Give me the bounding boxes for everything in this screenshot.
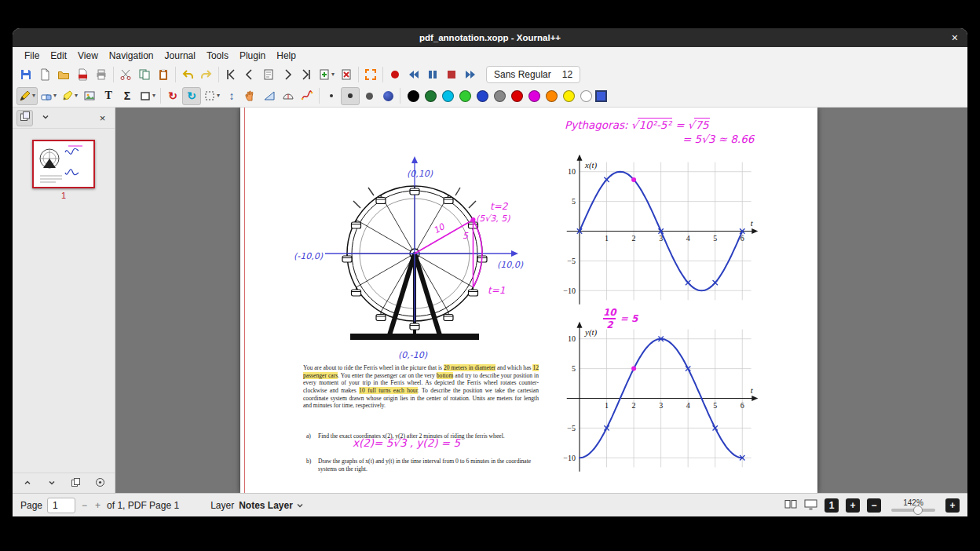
undo-button[interactable] bbox=[178, 65, 197, 83]
color-swatch-5[interactable] bbox=[494, 90, 506, 102]
shapes-tool-button[interactable]: ▾ bbox=[137, 87, 158, 105]
record-button[interactable] bbox=[386, 65, 404, 83]
menu-item-edit[interactable]: Edit bbox=[45, 49, 72, 63]
menu-item-journal[interactable]: Journal bbox=[159, 49, 201, 63]
stroke-width-fine-button[interactable] bbox=[322, 87, 341, 105]
math-tex-button[interactable]: Σ bbox=[118, 87, 137, 105]
next-page-button[interactable] bbox=[278, 65, 297, 83]
delete-page-button[interactable] bbox=[337, 65, 356, 83]
image-tool-button[interactable] bbox=[80, 87, 99, 105]
scroll-down-button[interactable] bbox=[43, 475, 60, 491]
font-selector[interactable]: Sans Regular 12 bbox=[486, 66, 580, 83]
sidebar-close-button[interactable]: × bbox=[94, 110, 111, 126]
menu-item-navigation[interactable]: Navigation bbox=[104, 49, 159, 63]
menu-item-file[interactable]: File bbox=[19, 49, 45, 63]
open-button[interactable] bbox=[54, 65, 73, 83]
select-tool-button[interactable]: ▾ bbox=[201, 87, 222, 105]
zoom-out-button[interactable]: − bbox=[867, 498, 881, 513]
presentation-mode-button[interactable] bbox=[804, 498, 817, 513]
ink-t1-label: t=1 bbox=[488, 285, 505, 296]
fullscreen-button[interactable] bbox=[361, 65, 380, 83]
color-swatch-6[interactable] bbox=[511, 90, 523, 102]
page-number-indicator[interactable]: 1 bbox=[825, 498, 839, 513]
rewind-button[interactable] bbox=[404, 65, 423, 83]
zoom-slider-handle[interactable] bbox=[913, 505, 923, 515]
duplicate-page-button[interactable] bbox=[68, 475, 84, 491]
axis-label-right: (10,0) bbox=[497, 260, 523, 270]
page-number-input[interactable] bbox=[47, 498, 75, 513]
compass-tool-button[interactable] bbox=[279, 87, 298, 105]
page-increment-button[interactable]: + bbox=[93, 500, 102, 511]
page-decrement-button[interactable]: − bbox=[80, 500, 89, 511]
color-swatch-0[interactable] bbox=[408, 90, 419, 102]
fill-toggle-button[interactable] bbox=[378, 87, 397, 105]
zoom-slider[interactable] bbox=[891, 509, 935, 512]
menu-item-help[interactable]: Help bbox=[271, 49, 302, 63]
sidebar: × 1 bbox=[13, 108, 115, 493]
text-tool-button[interactable]: T bbox=[99, 87, 118, 105]
problem-paragraph: You are about to ride the Ferris wheel i… bbox=[303, 364, 539, 410]
scroll-up-button[interactable] bbox=[19, 475, 35, 491]
print-button[interactable] bbox=[92, 65, 111, 83]
color-swatch-3[interactable] bbox=[459, 90, 471, 102]
add-page-button[interactable]: ▾ bbox=[316, 65, 337, 83]
export-pdf-button[interactable] bbox=[73, 65, 92, 83]
grid-snap-button[interactable]: ↻ bbox=[182, 87, 201, 105]
color-swatch-10[interactable] bbox=[580, 90, 592, 102]
focus-page-button[interactable] bbox=[92, 475, 108, 491]
zoom-in-button[interactable]: + bbox=[846, 498, 860, 513]
page-thumbnail[interactable] bbox=[32, 140, 95, 188]
stroke-width-thick-button[interactable] bbox=[360, 87, 378, 105]
document-canvas[interactable]: Pythagoras: √10²-5² = √75 = 5√3 ≈ 8.66 1… bbox=[115, 108, 967, 493]
eraser-tool-button[interactable]: ▾ bbox=[38, 87, 59, 105]
highlighter-tool-button[interactable]: ▾ bbox=[59, 87, 80, 105]
color-swatch-9[interactable] bbox=[563, 90, 575, 102]
titlebar[interactable]: pdf_annotation.xopp - Xournal++ × bbox=[13, 28, 967, 47]
paste-button[interactable] bbox=[154, 65, 173, 83]
menu-item-plugin[interactable]: Plugin bbox=[234, 49, 271, 63]
pen-tool-button[interactable]: ▾ bbox=[16, 87, 38, 105]
setsquare-tool-button[interactable] bbox=[260, 87, 279, 105]
redo-button[interactable] bbox=[197, 65, 216, 83]
save-button[interactable] bbox=[16, 65, 35, 83]
color-swatch-8[interactable] bbox=[546, 90, 558, 102]
color-swatch-4[interactable] bbox=[477, 90, 488, 102]
last-page-button[interactable] bbox=[297, 65, 316, 83]
two-page-view-button[interactable] bbox=[784, 498, 797, 513]
annotated-page-button[interactable] bbox=[259, 65, 278, 83]
copy-button[interactable] bbox=[135, 65, 154, 83]
stop-button[interactable] bbox=[442, 65, 461, 83]
add-button[interactable]: + bbox=[945, 498, 960, 513]
problem-item-b: b) Draw the graphs of x(t) and y(t) in t… bbox=[306, 458, 543, 473]
undo-icon bbox=[181, 68, 194, 81]
previous-page-button[interactable] bbox=[240, 65, 259, 83]
color-swatch-7[interactable] bbox=[528, 90, 540, 102]
pause-button[interactable] bbox=[423, 65, 442, 83]
ink-t2-label: t=2 bbox=[490, 201, 507, 212]
svg-text:−10: −10 bbox=[563, 454, 576, 462]
first-page-button[interactable] bbox=[221, 65, 240, 83]
color-swatch-2[interactable] bbox=[442, 90, 454, 102]
layer-select[interactable]: Notes Layer bbox=[239, 500, 304, 511]
stroke-width-medium-button[interactable] bbox=[341, 87, 360, 105]
cut-button[interactable] bbox=[116, 65, 135, 83]
pythagoras-prefix: Pythagoras: bbox=[565, 119, 628, 131]
rotation-snap-button[interactable]: ↻ bbox=[163, 87, 182, 105]
forward-button[interactable] bbox=[461, 65, 480, 83]
sidebar-header: × bbox=[13, 108, 115, 129]
menu-item-tools[interactable]: Tools bbox=[201, 49, 234, 63]
pdf-page[interactable]: Pythagoras: √10²-5² = √75 = 5√3 ≈ 8.66 1… bbox=[240, 108, 817, 493]
chevron-down-icon bbox=[296, 502, 304, 509]
svg-text:5: 5 bbox=[572, 364, 576, 373]
spline-tool-button[interactable] bbox=[298, 87, 316, 105]
preview-pane-button[interactable] bbox=[16, 110, 33, 126]
color-picker-button[interactable] bbox=[595, 90, 607, 102]
vertical-space-button[interactable]: ↕ bbox=[222, 87, 241, 105]
new-document-button[interactable] bbox=[35, 65, 54, 83]
highlighted-text: 10 full turns each hour bbox=[359, 387, 418, 394]
menu-item-view[interactable]: View bbox=[72, 49, 104, 63]
window-close-button[interactable]: × bbox=[952, 28, 958, 47]
sidebar-dropdown-button[interactable] bbox=[37, 110, 53, 126]
color-swatch-1[interactable] bbox=[425, 90, 437, 102]
hand-tool-button[interactable] bbox=[241, 87, 260, 105]
